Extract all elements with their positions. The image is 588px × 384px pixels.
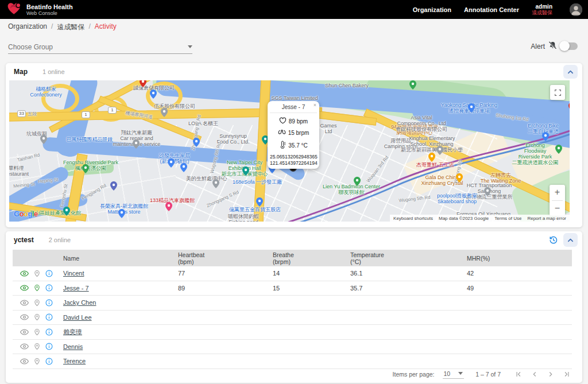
user-name-link[interactable]: David Lee — [63, 314, 92, 321]
location-pin-icon[interactable] — [34, 313, 40, 321]
map-pin[interactable] — [118, 209, 125, 220]
info-icon[interactable] — [45, 328, 53, 336]
location-pin-icon[interactable] — [34, 358, 40, 365]
eye-icon[interactable] — [20, 358, 29, 364]
map-pin[interactable] — [165, 202, 172, 214]
first-page-button[interactable] — [513, 369, 524, 379]
brand-heart-logo-icon — [7, 2, 22, 18]
breadcrumb-organization[interactable]: Organization — [8, 22, 47, 32]
info-icon[interactable] — [45, 343, 53, 350]
google-logo: Google — [14, 210, 38, 218]
eye-icon[interactable] — [20, 270, 29, 277]
user-name-link[interactable]: Jacky Chen — [63, 299, 96, 306]
map-label: SGS Taiwan Limited — [272, 95, 318, 101]
table-row: Terence — [13, 354, 572, 369]
map-pin[interactable] — [110, 181, 117, 193]
next-page-button[interactable] — [546, 369, 556, 379]
map-collapse-button[interactable] — [563, 65, 578, 79]
items-per-page-select[interactable]: 10 — [443, 370, 465, 379]
table-row: David Lee — [13, 311, 572, 325]
history-icon[interactable] — [547, 234, 559, 246]
map-pin[interactable] — [354, 177, 361, 188]
infowindow-title: Jesse - 7 — [270, 104, 317, 113]
map-zoom-controls: + − — [550, 185, 565, 216]
map-fullscreen-button[interactable] — [550, 85, 565, 100]
map-pin[interactable] — [456, 173, 463, 185]
map-pin[interactable] — [161, 108, 168, 119]
infowindow-heartbeat-value: 89 bpm — [289, 118, 308, 125]
map-pin[interactable] — [409, 80, 416, 92]
group-title: yctest — [14, 236, 34, 244]
map-pin[interactable] — [40, 135, 47, 146]
user-name-link[interactable]: Jesse - 7 — [63, 285, 89, 292]
choose-group-label: Choose Group — [8, 43, 53, 51]
map-pin[interactable] — [140, 80, 146, 90]
location-pin-icon[interactable] — [34, 270, 40, 277]
last-page-button[interactable] — [562, 369, 572, 379]
zoom-in-button[interactable]: + — [550, 185, 565, 200]
map-pin[interactable] — [568, 102, 570, 114]
map-pin[interactable] — [133, 139, 140, 151]
eye-icon[interactable] — [20, 329, 29, 335]
eye-icon[interactable] — [20, 285, 29, 291]
eye-icon[interactable] — [20, 343, 29, 350]
map-pin[interactable] — [484, 187, 491, 199]
infowindow-temperature-value: 35.7 °C — [288, 142, 307, 149]
map-pin[interactable] — [212, 179, 219, 191]
map-pin[interactable] — [468, 103, 475, 115]
group-table-panel: yctest 2 online Name Heartbeat(bpm) Brea… — [6, 231, 582, 383]
map-attribution[interactable]: Keyboard shortcutsMap data ©2023 GoogleT… — [390, 215, 570, 222]
map-pin[interactable] — [436, 146, 443, 157]
map-label: 伍禾股份有限公司 — [154, 103, 195, 109]
info-icon[interactable] — [45, 313, 53, 321]
user-block[interactable]: admin 遠成醫保 — [532, 4, 552, 15]
info-icon[interactable] — [45, 284, 53, 292]
alert-toggle[interactable] — [560, 42, 578, 50]
breathe-value: 15 — [273, 285, 350, 292]
eye-icon[interactable] — [20, 314, 29, 320]
map-pin[interactable] — [150, 90, 157, 101]
infowindow-close-icon[interactable]: × — [314, 103, 316, 108]
avatar[interactable] — [570, 3, 582, 16]
map-label: GamesLtd — [320, 123, 336, 134]
map-pin[interactable] — [168, 158, 175, 170]
user-name-link[interactable]: Vincent — [63, 270, 84, 277]
user-name-link[interactable]: Terence — [63, 358, 86, 364]
map-pin[interactable] — [542, 132, 549, 143]
user-name-link[interactable]: 賴奕璋 — [63, 328, 82, 335]
map-pin[interactable] — [180, 163, 187, 174]
location-pin-icon[interactable] — [34, 284, 40, 292]
map-pin[interactable] — [428, 153, 435, 164]
road-shield: 1 — [108, 107, 117, 114]
group-online-status: 2 online — [49, 236, 71, 243]
eye-icon[interactable] — [20, 300, 29, 306]
map-label: 華料理Restaurant — [9, 165, 29, 177]
infowindow-breathe-value: 15 brpm — [288, 130, 310, 136]
location-pin-icon[interactable] — [34, 328, 40, 336]
temperature-value: 36.1 — [350, 270, 467, 277]
info-icon[interactable] — [45, 358, 53, 365]
previous-page-button[interactable] — [529, 369, 540, 379]
map-pin[interactable] — [242, 166, 249, 178]
group-collapse-button[interactable] — [563, 233, 578, 247]
map-pin[interactable] — [82, 164, 89, 176]
info-icon[interactable] — [45, 299, 53, 307]
map-infowindow: × Jesse - 7 89 bpm 15 brpm 35.7 °C — [268, 101, 319, 169]
location-pin-icon[interactable] — [34, 343, 40, 350]
map-pin[interactable] — [555, 145, 562, 156]
nav-annotation-center[interactable]: Annotation Center — [464, 6, 519, 13]
breadcrumb-org-name[interactable]: 遠成醫保 — [57, 22, 84, 32]
location-pin-icon[interactable] — [34, 299, 40, 307]
map-label: 168eSofa 一沙發工廠 — [233, 179, 282, 185]
nav-organization[interactable]: Organization — [413, 6, 451, 13]
zoom-out-button[interactable]: − — [550, 201, 565, 216]
map-pin[interactable] — [63, 207, 70, 218]
user-name-link[interactable]: Dennis — [63, 343, 83, 350]
map-pin[interactable] — [193, 138, 200, 149]
table-row: Jacky Chen — [13, 296, 572, 311]
bell-muted-icon — [548, 41, 557, 52]
info-icon[interactable] — [45, 270, 53, 277]
choose-group-select[interactable]: Choose Group — [8, 40, 192, 54]
map-pin[interactable] — [256, 197, 263, 209]
map-canvas[interactable]: × Jesse - 7 89 bpm 15 brpm 35.7 °C — [9, 80, 570, 222]
